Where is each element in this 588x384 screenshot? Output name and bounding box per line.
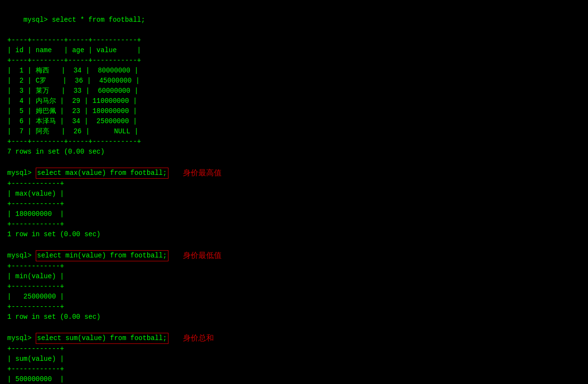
table-row: | 4 | 内马尔 | 29 | 110000000 |	[7, 96, 581, 106]
sum-query-line: mysql> select sum(value) from football;身…	[7, 332, 581, 344]
min-sep3: +------------+	[7, 302, 581, 312]
max-val-row: | 180000000 |	[7, 209, 581, 219]
blank-line-2	[7, 240, 581, 250]
max-sep1: +------------+	[7, 179, 581, 189]
table-row: | 7 | 阿亮 | 26 | NULL |	[7, 127, 581, 137]
min-sep1: +------------+	[7, 261, 581, 271]
max-query-line: mysql> select max(value) from football;身…	[7, 167, 581, 179]
sum-val-row: | 500000000 |	[7, 374, 581, 384]
max-cmd-highlight: select max(value) from football;	[36, 168, 168, 179]
max-cmd: select max(value) from football;	[37, 169, 167, 177]
sum-sep2: +------------+	[7, 364, 581, 374]
table-row: | 3 | 莱万 | 33 | 60000000 |	[7, 86, 581, 96]
max-prompt: mysql>	[7, 168, 36, 178]
table-header: | id | name | age | value |	[7, 45, 581, 56]
min-cmd-highlight: select min(value) from football;	[36, 250, 168, 261]
min-header: | min(value) |	[7, 271, 581, 282]
initial-query-text: mysql> select * from football;	[24, 16, 145, 24]
min-cmd: select min(value) from football;	[37, 252, 167, 259]
min-prompt: mysql>	[7, 251, 36, 261]
table-row: | 1 | 梅西 | 34 | 80000000 |	[7, 66, 581, 76]
table-sep-bottom: +----+--------+-----+-----------+	[7, 137, 581, 147]
max-sep2: +------------+	[7, 199, 581, 209]
table-row: | 2 | C罗 | 36 | 45000000 |	[7, 76, 581, 86]
sum-sep1: +------------+	[7, 344, 581, 354]
min-sep2: +------------+	[7, 282, 581, 292]
max-annotation: 身价最高值	[183, 167, 222, 179]
sum-annotation: 身价总和	[183, 332, 214, 344]
table-row: | 6 | 本泽马 | 34 | 25000000 |	[7, 116, 581, 127]
terminal-window: mysql> select * from football; +----+---…	[7, 5, 581, 384]
min-query-line: mysql> select min(value) from football;身…	[7, 250, 581, 261]
max-rows: 1 row in set (0.00 sec)	[7, 229, 581, 240]
sum-cmd: select sum(value) from football;	[37, 334, 167, 342]
initial-query-line: mysql> select * from football;	[7, 5, 581, 35]
min-rows: 1 row in set (0.00 sec)	[7, 312, 581, 322]
blank-line	[7, 157, 581, 167]
rows-count: 7 rows in set (0.00 sec)	[7, 147, 581, 157]
sum-prompt: mysql>	[7, 333, 36, 343]
min-annotation: 身价最低值	[183, 250, 222, 261]
sum-cmd-highlight: select sum(value) from football;	[36, 333, 168, 344]
max-header: | max(value) |	[7, 189, 581, 199]
table-row: | 5 | 姆巴佩 | 23 | 180000000 |	[7, 106, 581, 116]
table-sep-top: +----+--------+-----+-----------+	[7, 35, 581, 45]
table-sep-header: +----+--------+-----+-----------+	[7, 56, 581, 66]
max-sep3: +------------+	[7, 219, 581, 229]
sum-header: | sum(value) |	[7, 354, 581, 364]
blank-line-3	[7, 322, 581, 332]
min-val-row: | 25000000 |	[7, 292, 581, 302]
